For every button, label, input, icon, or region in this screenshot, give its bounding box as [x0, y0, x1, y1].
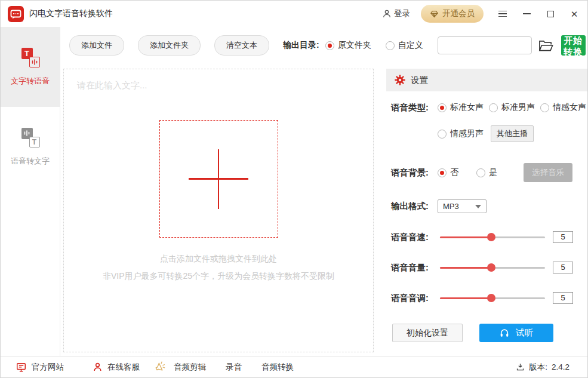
add-file-button[interactable]: 添加文件 [69, 35, 124, 56]
service-person-icon [93, 362, 103, 372]
pitch-label: 语音音调: [391, 293, 438, 304]
pitch-value[interactable]: 5 [553, 292, 573, 304]
settings-panel: 设置 语音类型: 标准女声 标准男声 [386, 64, 587, 356]
sidebar-item-speech-to-text[interactable]: T 语音转文字 [1, 107, 60, 187]
gear-icon [395, 75, 405, 85]
radio-dot [476, 168, 485, 177]
minimize-icon [523, 13, 531, 14]
monitor-icon [16, 362, 27, 373]
volume-slider[interactable] [440, 263, 545, 272]
format-select[interactable]: MP3 [438, 199, 487, 213]
file-drop-zone[interactable] [159, 120, 278, 238]
chevron-down-icon [475, 205, 481, 208]
online-service-link[interactable]: 在线客服 [93, 362, 140, 373]
output-dir-label: 输出目录: [283, 40, 319, 51]
vip-badge-icon [430, 10, 439, 19]
radio-dot [540, 103, 549, 112]
titlebar: 闪电文字语音转换软件 登录 开通会员 [1, 1, 587, 27]
add-folder-button[interactable]: 添加文件夹 [138, 35, 201, 56]
radio-label-custom-folder: 自定义 [398, 40, 423, 51]
audio-convert-link[interactable]: 音频转换 [261, 362, 294, 373]
slider-fill [440, 236, 491, 238]
other-anchors-button[interactable]: 其他主播 [491, 125, 534, 142]
radio-dot [438, 130, 447, 139]
text-input-area[interactable]: 请在此输入文字... 点击添加文件或拖拽文件到此处 非VIP用户最多可转换25个… [63, 69, 374, 352]
speed-value[interactable]: 5 [553, 231, 573, 243]
radio-label: 否 [450, 167, 458, 178]
audio-clip-link[interactable]: 音频剪辑 [154, 361, 206, 373]
voice-background-label: 语音背景: [391, 167, 438, 179]
browse-folder-icon[interactable] [538, 39, 553, 52]
radio-standard-male[interactable]: 标准男声 [489, 102, 535, 113]
official-website-link[interactable]: 官方网站 [16, 362, 64, 373]
megaphone-icon [154, 361, 166, 373]
close-button[interactable]: ✕ [569, 9, 579, 19]
output-path-input[interactable] [438, 36, 532, 54]
version-label: 版本: [529, 362, 547, 373]
maximize-icon [547, 11, 554, 17]
output-format-row: 输出格式: MP3 [386, 199, 587, 213]
voice-type-label: 语音类型: [391, 102, 438, 113]
vip-button[interactable]: 开通会员 [421, 5, 484, 23]
radio-dot [438, 168, 447, 177]
clear-text-button[interactable]: 清空文本 [214, 35, 269, 56]
radio-background-yes[interactable]: 是 [476, 167, 497, 178]
listen-label: 试听 [516, 327, 533, 339]
radio-label: 是 [489, 167, 497, 178]
slider-thumb[interactable] [487, 294, 495, 302]
radio-background-no[interactable]: 否 [438, 167, 458, 178]
text-to-speech-icon: T [20, 47, 41, 69]
add-plus-icon [189, 149, 248, 209]
radio-standard-female[interactable]: 标准女声 [438, 102, 484, 113]
sidebar-label-speech-to-text: 语音转文字 [11, 156, 50, 167]
toolbar: 添加文件 添加文件夹 清空文本 输出目录: 原文件夹 自定义 [60, 27, 587, 64]
preview-listen-button[interactable]: 试听 [479, 324, 553, 342]
radio-custom-folder[interactable]: 自定义 [386, 40, 423, 51]
pitch-slider[interactable] [440, 294, 545, 302]
drop-hint: 点击添加文件或拖拽文件到此处 [160, 254, 277, 265]
radio-dot [386, 41, 395, 50]
user-icon [382, 9, 392, 19]
volume-value[interactable]: 5 [553, 262, 573, 273]
reset-settings-button[interactable]: 初始化设置 [392, 324, 463, 342]
app-title: 闪电文字语音转换软件 [29, 8, 113, 19]
speed-slider[interactable] [440, 233, 545, 241]
close-icon: ✕ [571, 10, 578, 19]
sidebar-label-text-to-speech: 文字转语音 [11, 76, 50, 87]
text-placeholder: 请在此输入文字... [64, 69, 147, 91]
slider-thumb[interactable] [487, 233, 495, 241]
settings-header: 设置 [386, 69, 587, 91]
menu-button[interactable] [498, 9, 507, 19]
slider-thumb[interactable] [487, 263, 495, 272]
headphones-icon [500, 328, 509, 337]
radio-emotional-female[interactable]: 情感女声 [540, 102, 586, 113]
main-area: 添加文件 添加文件夹 清空文本 输出目录: 原文件夹 自定义 [60, 27, 587, 356]
start-convert-button[interactable]: 开始转换 [561, 35, 586, 56]
speed-label: 语音音速: [391, 232, 438, 243]
work-row: 请在此输入文字... 点击添加文件或拖拽文件到此处 非VIP用户最多可转换25个… [60, 64, 587, 356]
maximize-button[interactable] [546, 9, 555, 19]
record-link[interactable]: 录音 [226, 362, 242, 373]
volume-slider-row: 语音音量: 5 [386, 262, 587, 273]
radio-label-original-folder: 原文件夹 [338, 40, 371, 51]
minimize-button[interactable] [522, 9, 531, 19]
sidebar-item-text-to-speech[interactable]: T 文字转语音 [1, 27, 60, 107]
content-area: T 文字转语音 [1, 27, 587, 356]
output-format-label: 输出格式: [391, 201, 438, 212]
pitch-slider-row: 语音音调: 5 [386, 292, 587, 304]
vip-hint: 非VIP用户最多可转换25个字，升级为会员转换字数将不受限制 [103, 271, 334, 282]
app-logo-icon [8, 6, 24, 22]
radio-label: 情感女声 [553, 102, 586, 113]
official-website-label: 官方网站 [32, 362, 64, 373]
radio-original-folder[interactable]: 原文件夹 [325, 40, 371, 51]
login-button[interactable]: 登录 [382, 8, 410, 19]
radio-emotional-male[interactable]: 情感男声 [438, 125, 484, 142]
settings-title: 设置 [411, 75, 428, 86]
volume-label: 语音音量: [391, 262, 438, 273]
slider-fill [440, 267, 491, 269]
online-service-label: 在线客服 [107, 362, 140, 373]
version-info[interactable]: 版本: 2.4.2 [516, 362, 569, 373]
choose-music-button[interactable]: 选择音乐 [524, 163, 572, 182]
radio-dot [438, 103, 447, 112]
app-window: 闪电文字语音转换软件 登录 开通会员 [0, 0, 588, 378]
